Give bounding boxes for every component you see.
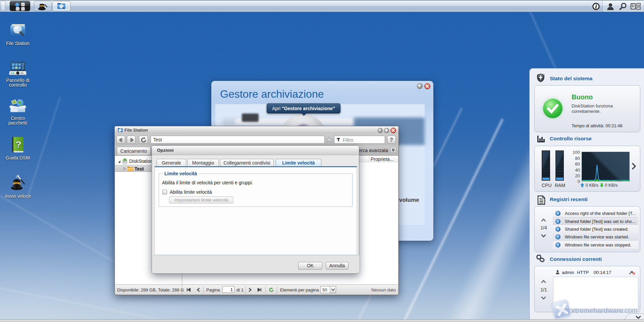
svg-text:?: ? bbox=[15, 139, 21, 150]
